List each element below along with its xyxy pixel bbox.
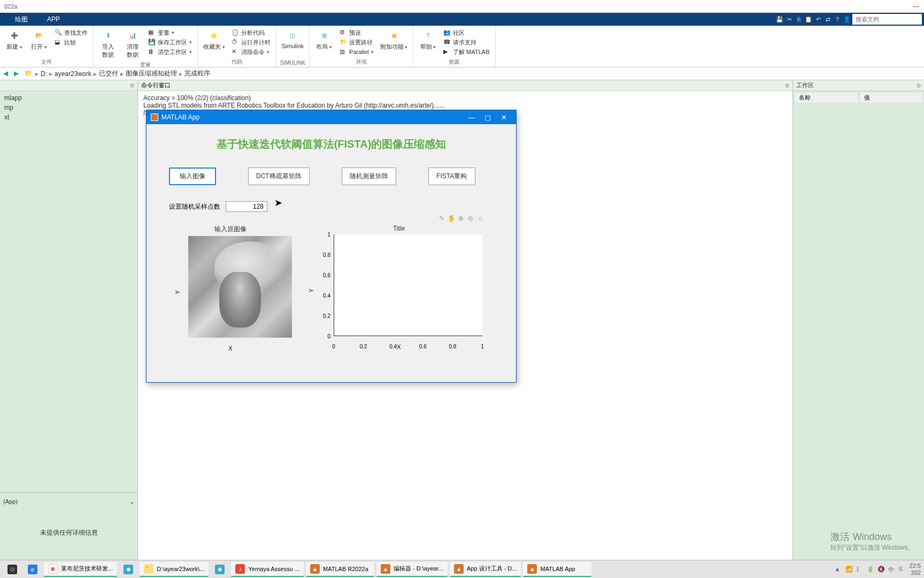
path-seg[interactable]: 图像压缩感知处理 — [126, 69, 177, 78]
sample-count-input[interactable] — [226, 201, 267, 212]
battery-icon[interactable]: 🔋 — [867, 566, 874, 573]
variable-button[interactable]: ▦变量 — [146, 28, 194, 37]
cut-icon[interactable]: ✂ — [785, 15, 794, 24]
taskbar-item[interactable]: ▲App 设计工具 - D... — [450, 562, 521, 577]
switch-icon[interactable]: ⇄ — [823, 15, 832, 24]
save-icon[interactable]: 💾 — [775, 15, 784, 24]
col-name[interactable]: 名称 — [794, 92, 858, 103]
import-button[interactable]: ⬇ 导入 数据 — [97, 27, 119, 61]
minimize-icon[interactable]: — — [464, 110, 480, 124]
brush-icon[interactable]: ✎ — [437, 214, 446, 223]
analyze-icon: 📋 — [232, 29, 239, 36]
dock-icon[interactable]: ⊙ — [917, 82, 921, 88]
folder-icon[interactable]: 📁 — [25, 70, 33, 78]
help-icon[interactable]: ? — [833, 15, 842, 24]
signin-icon[interactable]: 👤 — [843, 15, 851, 24]
community-button[interactable]: 👥社区 — [441, 28, 491, 37]
undo-icon[interactable]: ↶ — [814, 15, 822, 24]
app-title: 基于快速迭代软阈值算法(FISTA)的图像压缩感知 — [159, 137, 503, 151]
input-image-button[interactable]: 输入图像 — [169, 168, 216, 185]
dock-icon[interactable]: ⊙ — [785, 82, 789, 88]
learn-button[interactable]: ▶了解 MATLAB — [441, 47, 491, 57]
param-label: 设置随机采样点数 — [169, 202, 220, 211]
clear-icon: ✕ — [232, 48, 239, 56]
path-seg[interactable]: ayear23work — [55, 70, 91, 78]
workspace-table[interactable]: 名称 值 — [793, 91, 924, 104]
ime-icon[interactable]: 中 — [888, 566, 896, 573]
zoom-out-icon[interactable]: ⊖ — [466, 214, 475, 223]
addons-button[interactable]: ▣ 附加功能 — [378, 27, 410, 58]
analyze-button[interactable]: 📋分析代码 — [229, 28, 273, 37]
file-list[interactable]: mlapp mp xt — [0, 91, 137, 492]
matlab-icon — [151, 113, 158, 121]
prefs-button[interactable]: ⚙预设 — [337, 28, 376, 37]
open-button[interactable]: 📂 打开 — [28, 27, 50, 58]
bluetooth-icon[interactable]: ᛒ — [856, 566, 864, 573]
empty-plot-area[interactable] — [334, 234, 482, 336]
back-icon[interactable]: ◀ — [3, 70, 12, 78]
file-item[interactable]: xt — [0, 112, 137, 122]
ie-button[interactable]: e — [24, 562, 42, 577]
tab-plot[interactable]: 绘图 — [5, 13, 37, 26]
minimize-btn[interactable]: — — [908, 0, 924, 13]
group-var-label: 变量 — [97, 61, 194, 70]
taskbar-item[interactable]: ◆ — [119, 562, 137, 577]
volume-icon[interactable]: 🔇 — [877, 566, 885, 573]
simulink-button[interactable]: ◫ Simulink — [280, 27, 306, 60]
taskbar-item[interactable]: ♪Yemaya Assessu ... — [231, 562, 304, 577]
support-button[interactable]: ☎请求支持 — [441, 37, 491, 47]
find-files-button[interactable]: 🔍查找文件 — [52, 28, 90, 37]
clock[interactable]: 22:5 202 — [910, 562, 921, 575]
tab-app[interactable]: APP — [37, 13, 70, 26]
setpath-button[interactable]: 📁设置路径 — [337, 37, 376, 47]
clear-cmd-button[interactable]: ✕清除命令 — [229, 47, 273, 57]
taskbar-item[interactable]: ◉莱布尼茨技术研发... — [44, 562, 117, 577]
zoom-in-icon[interactable]: ⊕ — [457, 214, 465, 223]
save-workspace-button[interactable]: 💾保存工作区 — [146, 37, 194, 47]
fista-reconstruct-button[interactable]: FISTA重构 — [428, 168, 475, 185]
taskbar: ◇ e ◉莱布尼茨技术研发... ◆ 📁D:\ayear23work\... ◆… — [0, 560, 924, 578]
start-button[interactable]: ◇ — [3, 562, 21, 577]
clean-button[interactable]: 📊 清理 数据 — [121, 27, 144, 61]
home-icon[interactable]: ⌂ — [476, 214, 484, 223]
new-button[interactable]: ➕ 新建 — [3, 27, 26, 58]
app-titlebar[interactable]: MATLAB App — ▢ ✕ — [147, 110, 516, 124]
maximize-icon[interactable]: ▢ — [480, 110, 496, 124]
path-seg[interactable]: 完成程序 — [184, 69, 210, 78]
runtime-button[interactable]: ⏱运行并计时 — [229, 37, 273, 47]
parallel-button[interactable]: ▥Parallel — [337, 47, 376, 57]
network-icon[interactable]: 📶 — [845, 566, 853, 573]
clean-icon: 📊 — [126, 29, 139, 42]
taskbar-item[interactable]: ◆ — [211, 562, 229, 577]
taskbar-item[interactable]: ▲MATLAB App — [523, 562, 591, 577]
col-value[interactable]: 值 — [859, 92, 923, 103]
taskbar-item[interactable]: 📁D:\ayear23work\... — [140, 562, 209, 577]
favorites-button[interactable]: ⭐ 收藏夹 — [201, 27, 227, 58]
path-seg[interactable]: 已交付 — [99, 69, 118, 78]
chevron-down-icon[interactable]: ⌄ — [129, 498, 134, 505]
search-input[interactable] — [852, 14, 922, 25]
file-item[interactable]: mlapp — [0, 93, 137, 103]
copy-icon[interactable]: ⎘ — [795, 15, 803, 24]
random-measure-button[interactable]: 随机测量矩阵 — [342, 168, 396, 185]
window-title: 022a — [4, 3, 17, 10]
pan-icon[interactable]: ✋ — [447, 214, 456, 223]
compare-button[interactable]: ⬓比较 — [52, 37, 90, 47]
music-icon: ♪ — [235, 564, 245, 574]
app-tray-icon[interactable]: S — [899, 566, 906, 573]
details-dropdown[interactable]: (App) — [3, 498, 129, 505]
path-drive[interactable]: D: — [41, 70, 47, 78]
file-item[interactable]: mp — [0, 103, 137, 112]
layout-button[interactable]: ⊞ 布局 — [313, 27, 335, 58]
tray-icon[interactable]: ▲ — [835, 566, 842, 573]
clear-workspace-button[interactable]: 🗑清空工作区 — [146, 47, 194, 57]
dock-icon[interactable]: ⊙ — [130, 82, 134, 88]
close-icon[interactable]: ✕ — [496, 110, 512, 124]
dct-basis-button[interactable]: DCT稀疏基矩阵 — [248, 168, 310, 185]
y-ticks: 1 0.8 0.6 0.4 0.2 0 — [313, 234, 333, 336]
taskbar-item[interactable]: ▲编辑器 - D:\ayear... — [376, 562, 448, 577]
forward-icon[interactable]: ▶ — [14, 70, 22, 78]
taskbar-item[interactable]: ▲MATLAB R2022a — [306, 562, 374, 577]
help-button[interactable]: ? 帮助 — [417, 27, 439, 58]
paste-icon[interactable]: 📋 — [804, 15, 813, 24]
